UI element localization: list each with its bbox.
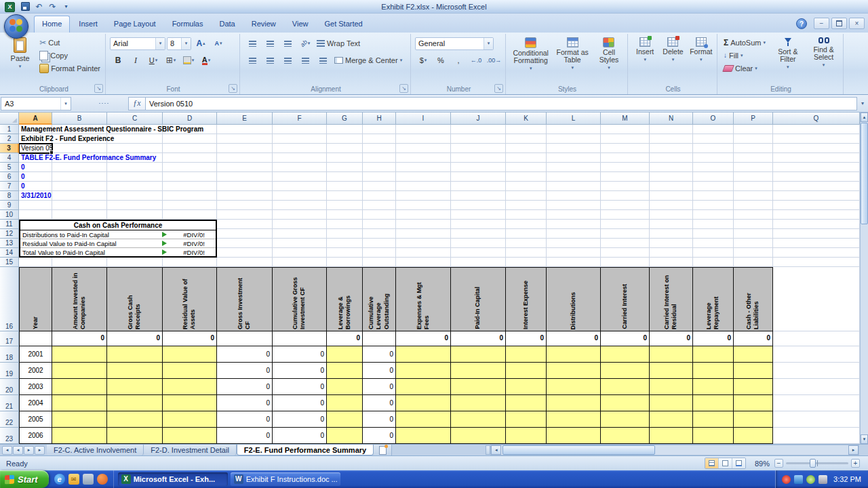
align-right-button[interactable] xyxy=(279,54,296,67)
cell-O19[interactable] xyxy=(693,363,734,379)
tab-view[interactable]: View xyxy=(285,16,316,32)
cell-C15[interactable] xyxy=(107,258,163,267)
cell-C9[interactable] xyxy=(107,201,163,210)
cell-P22[interactable] xyxy=(734,411,773,428)
cell-L2[interactable] xyxy=(547,134,601,144)
cell-J3[interactable] xyxy=(451,144,506,153)
cell-G13[interactable] xyxy=(327,239,363,248)
cell-B5[interactable] xyxy=(52,163,107,172)
cell-L5[interactable] xyxy=(547,163,601,172)
cell-D21[interactable] xyxy=(163,395,217,411)
cell-M12[interactable] xyxy=(601,229,650,239)
cell-N16[interactable]: Carried Interest on Residual xyxy=(650,267,693,331)
cell-G16[interactable]: Leverage & Borrowings xyxy=(327,267,363,331)
cell-E22[interactable]: 0 xyxy=(217,411,273,428)
cell-H17[interactable] xyxy=(363,331,396,346)
zoom-in-button[interactable]: + xyxy=(851,459,860,468)
cell-N12[interactable] xyxy=(650,229,693,239)
format-painter-button[interactable]: Format Painter xyxy=(37,62,102,75)
cell-G14[interactable] xyxy=(327,248,363,258)
cell-L17[interactable]: 0 xyxy=(547,331,601,346)
cell-K1[interactable] xyxy=(506,125,547,134)
vertical-scroll-thumb[interactable] xyxy=(861,123,868,224)
cell-I17[interactable]: 0 xyxy=(396,331,451,346)
cell-F16[interactable]: Cumulative Gross Investment CF xyxy=(273,267,327,331)
cell-P13[interactable] xyxy=(734,239,773,248)
row-header-21[interactable]: 21 xyxy=(0,395,19,411)
accounting-number-format-button[interactable]: $▾ xyxy=(415,54,431,67)
cell-I11[interactable] xyxy=(396,220,451,229)
cell-G2[interactable] xyxy=(327,134,363,144)
cell-E15[interactable] xyxy=(217,258,273,267)
cell-O5[interactable] xyxy=(693,163,734,172)
cell-M21[interactable] xyxy=(601,395,650,411)
cell-P4[interactable] xyxy=(734,153,773,163)
cell-M6[interactable] xyxy=(601,172,650,182)
wrap-text-button[interactable]: Wrap Text xyxy=(315,37,362,50)
cell-J15[interactable] xyxy=(451,258,506,267)
cell-J23[interactable] xyxy=(451,428,506,444)
cell-F8[interactable] xyxy=(273,191,327,201)
bottom-align-button[interactable] xyxy=(279,37,296,50)
cell-E19[interactable]: 0 xyxy=(217,363,273,379)
cell-B16[interactable]: Amount Invested in Companies xyxy=(52,267,107,331)
column-header-J[interactable]: J xyxy=(451,113,506,125)
internet-explorer-icon[interactable]: e xyxy=(54,474,65,485)
tab-formulas[interactable]: Formulas xyxy=(165,16,211,32)
cell-D7[interactable] xyxy=(163,182,217,191)
first-sheet-button[interactable]: ◂ xyxy=(2,446,12,455)
cell-H13[interactable] xyxy=(363,239,396,248)
cell-F17[interactable] xyxy=(273,331,327,346)
cell-K18[interactable] xyxy=(506,346,547,363)
cell-H21[interactable]: 0 xyxy=(363,395,396,411)
cell-K19[interactable] xyxy=(506,363,547,379)
cell-E2[interactable] xyxy=(217,134,273,144)
cell-F14[interactable] xyxy=(273,248,327,258)
cell-P6[interactable] xyxy=(734,172,773,182)
cell-E9[interactable] xyxy=(217,201,273,210)
column-header-G[interactable]: G xyxy=(327,113,363,125)
cell-E10[interactable] xyxy=(217,210,273,220)
media-player-icon[interactable] xyxy=(97,474,108,485)
cell-Q12[interactable] xyxy=(773,229,860,239)
network-icon[interactable] xyxy=(794,475,803,484)
name-box-dropdown-icon[interactable]: ▾ xyxy=(60,98,71,110)
cell-O18[interactable] xyxy=(693,346,734,363)
cell-C20[interactable] xyxy=(107,379,163,395)
cell-L10[interactable] xyxy=(547,210,601,220)
zoom-out-button[interactable]: − xyxy=(774,459,783,468)
cell-J8[interactable] xyxy=(451,191,506,201)
cell-D16[interactable]: Residual Value of Assets xyxy=(163,267,217,331)
cell-P17[interactable]: 0 xyxy=(734,331,773,346)
cell-I6[interactable] xyxy=(396,172,451,182)
cell-B21[interactable] xyxy=(52,395,107,411)
cell-I12[interactable] xyxy=(396,229,451,239)
cell-L3[interactable] xyxy=(547,144,601,153)
cell-P16[interactable]: Cash - Other Liabilities xyxy=(734,267,773,331)
fill-button[interactable]: ↓Fill▾ xyxy=(722,49,768,62)
cell-D15[interactable] xyxy=(163,258,217,267)
conditional-formatting-button[interactable]: Conditional Formatting▾ xyxy=(510,36,551,71)
cell-O6[interactable] xyxy=(693,172,734,182)
cell-I19[interactable] xyxy=(396,363,451,379)
cell-L4[interactable] xyxy=(547,153,601,163)
cell-H9[interactable] xyxy=(363,201,396,210)
cell-G9[interactable] xyxy=(327,201,363,210)
fill-handle[interactable] xyxy=(50,150,54,155)
cell-M17[interactable]: 0 xyxy=(601,331,650,346)
cell-K13[interactable] xyxy=(506,239,547,248)
cell-P10[interactable] xyxy=(734,210,773,220)
cell-J11[interactable] xyxy=(451,220,506,229)
cell-I5[interactable] xyxy=(396,163,451,172)
number-format-dropdown-icon[interactable]: ▾ xyxy=(484,38,493,49)
cell-M11[interactable] xyxy=(601,220,650,229)
insert-cells-button[interactable]: Insert▾ xyxy=(632,36,658,62)
font-name-combobox[interactable]: Arial▾ xyxy=(110,37,165,50)
tab-data[interactable]: Data xyxy=(212,16,242,32)
cell-N13[interactable] xyxy=(650,239,693,248)
cell-M19[interactable] xyxy=(601,363,650,379)
column-header-B[interactable]: B xyxy=(52,113,107,125)
cell-C7[interactable] xyxy=(107,182,163,191)
column-header-I[interactable]: I xyxy=(396,113,451,125)
cell-Q11[interactable] xyxy=(773,220,860,229)
